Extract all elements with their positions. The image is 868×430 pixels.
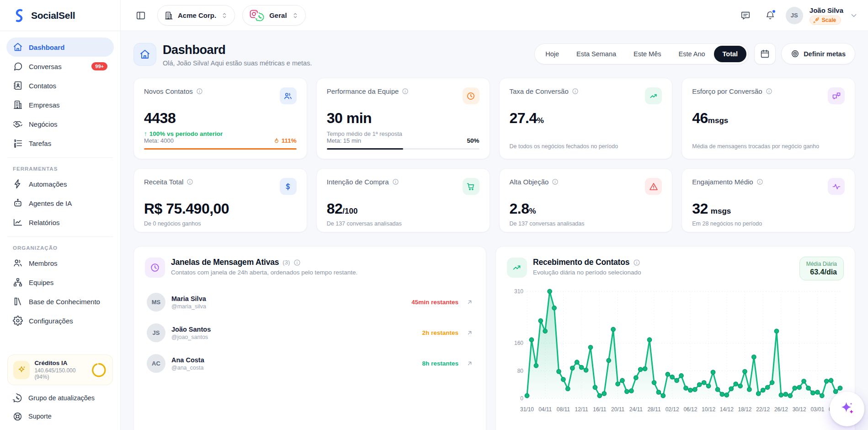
info-icon[interactable] <box>196 88 203 95</box>
svg-text:10/12: 10/12 <box>702 406 715 413</box>
channel-selector[interactable]: Geral <box>242 5 305 26</box>
avatar: AC <box>147 354 165 373</box>
sidebar-item-membros[interactable]: Membros <box>6 253 114 273</box>
svg-text:02/12: 02/12 <box>666 406 679 413</box>
handshake-icon <box>13 119 23 129</box>
sidebar-item-equipes[interactable]: Equipes <box>6 273 114 292</box>
filter-esta-semana[interactable]: Esta Semana <box>568 46 625 62</box>
info-icon[interactable] <box>293 259 301 266</box>
meta-row: Meta: 4000 111% <box>144 137 297 144</box>
card-title: Novos Contatos <box>144 87 193 95</box>
channel-selector-label: Geral <box>269 11 287 19</box>
chevrons-up-down-icon <box>292 12 299 19</box>
messages-button[interactable] <box>736 6 755 25</box>
meta-label: Meta: 15 min <box>327 137 361 144</box>
main-content: Dashboard Olá, João Silva! Aqui estão su… <box>121 31 868 430</box>
users-icon <box>280 87 297 104</box>
sidebar-item-suporte[interactable]: Suporte <box>6 407 114 425</box>
badge-label: Média Diária <box>806 261 837 267</box>
info-icon[interactable] <box>552 178 559 185</box>
sidebar-item-label: Agentes de IA <box>29 199 72 207</box>
contact-name: Maria Silva <box>171 295 206 302</box>
sidebar-item-empresas[interactable]: Empresas <box>6 95 114 114</box>
sidebar-item-grupo-atualizacoes[interactable]: Grupo de atualizações <box>6 389 114 407</box>
sidebar-item-negocios[interactable]: Negócios <box>6 114 114 134</box>
contact-book-icon <box>13 81 23 91</box>
info-icon[interactable] <box>766 88 772 95</box>
contact-name: João Santos <box>171 326 211 333</box>
filter-hoje[interactable]: Hoje <box>537 46 568 62</box>
open-chat-icon[interactable] <box>466 299 473 306</box>
metrics-row-1: Novos Contatos 4438 ↑ 100% vs período an… <box>133 78 855 159</box>
info-icon[interactable] <box>392 178 399 185</box>
metric-caption: Em 28 negócios no período <box>692 220 845 227</box>
sidebar-toggle-button[interactable] <box>132 6 150 25</box>
ai-assistant-button[interactable] <box>830 392 864 426</box>
ai-credits-text: Créditos IA 140.645/150.000 (94%) <box>34 360 86 380</box>
message-window-row[interactable]: JS João Santos @joao_santos 2h restantes <box>145 317 475 348</box>
info-icon[interactable] <box>633 259 640 266</box>
whatsapp-icon <box>13 393 22 403</box>
ai-credits-usage: 140.645/150.000 (94%) <box>34 367 86 380</box>
brand: SocialSell <box>0 0 121 31</box>
trending-up-icon <box>645 87 662 104</box>
open-chat-icon[interactable] <box>466 360 473 367</box>
svg-text:03/01: 03/01 <box>810 406 824 413</box>
filter-este-mes[interactable]: Este Mês <box>625 46 670 62</box>
chart-line-icon <box>13 217 23 227</box>
panels-row: Janelas de Mensagem Ativas (3) Contatos … <box>133 246 855 430</box>
metric-card-receita: Receita Total R$ 75.490,00 De 0 negócios… <box>133 168 307 232</box>
filter-total[interactable]: Total <box>714 46 747 62</box>
org-selector[interactable]: Acme Corp. <box>157 5 235 26</box>
message-window-row[interactable]: MS Maria Silva @maria_silva 45min restan… <box>145 287 475 317</box>
open-chat-icon[interactable] <box>466 329 473 336</box>
divider <box>7 236 113 237</box>
svg-text:22/12: 22/12 <box>756 406 770 413</box>
filter-este-ano[interactable]: Este Ano <box>670 46 714 62</box>
metric-value: R$ 75.490,00 <box>144 200 297 217</box>
panel-subtitle: Evolução diária no período selecionado <box>533 269 641 276</box>
info-icon[interactable] <box>756 178 763 185</box>
info-icon[interactable] <box>186 178 193 185</box>
time-remaining: 8h restantes <box>422 360 458 367</box>
sidebar-item-contatos[interactable]: Contatos <box>6 76 114 95</box>
zap-icon <box>13 179 23 189</box>
card-title: Taxa de Conversão <box>510 87 569 95</box>
user-menu[interactable]: João Silva Scale <box>809 6 843 25</box>
notifications-button[interactable] <box>761 6 779 25</box>
notification-dot <box>772 9 776 14</box>
sidebar-item-label: Tarefas <box>29 140 51 147</box>
brand-name: SocialSell <box>31 10 75 21</box>
message-windows-list: MS Maria Silva @maria_silva 45min restan… <box>145 287 475 379</box>
ai-credits-title: Créditos IA <box>34 360 86 366</box>
info-icon[interactable] <box>572 88 579 95</box>
sidebar-item-agentes-ia[interactable]: Agentes de IA <box>6 194 114 213</box>
sidebar-item-base-conhecimento[interactable]: Base de Conhecimento <box>6 292 114 311</box>
sidebar-item-dashboard[interactable]: Dashboard <box>6 38 114 57</box>
svg-text:160: 160 <box>514 340 523 346</box>
panel-left-icon <box>136 11 146 21</box>
sidebar-item-relatorios[interactable]: Relatórios <box>6 213 114 232</box>
chevron-down-icon[interactable] <box>850 11 858 20</box>
topbar: SocialSell Acme Corp. Geral <box>0 0 868 31</box>
sidebar-item-automacoes[interactable]: Automações <box>6 174 114 194</box>
card-title: Engajamento Médio <box>692 178 753 186</box>
time-remaining: 2h restantes <box>422 329 458 336</box>
clock-icon <box>145 258 165 278</box>
define-goals-button[interactable]: Definir metas <box>781 43 855 64</box>
metrics-row-2: Receita Total R$ 75.490,00 De 0 negócios… <box>133 168 855 232</box>
sidebar-item-label: Negócios <box>29 120 58 128</box>
sidebar-item-tarefas[interactable]: Tarefas <box>6 134 114 153</box>
sidebar-item-configuracoes[interactable]: Configurações <box>6 311 114 330</box>
calendar-button[interactable] <box>754 43 776 64</box>
sidebar-item-conversas[interactable]: Conversas 99+ <box>6 57 114 76</box>
metric-card-performance: Performance da Equipe 30 min Tempo médio… <box>316 78 490 159</box>
avatar[interactable]: JS <box>786 7 803 24</box>
metric-delta: ↑ 100% vs período anterior <box>144 130 297 137</box>
message-window-row[interactable]: AC Ana Costa @ana_costa 8h restantes <box>145 348 475 379</box>
arrow-up-icon: ↑ <box>144 130 147 137</box>
shopping-cart-icon <box>463 178 479 195</box>
card-title: Alta Objeção <box>510 178 549 186</box>
svg-text:06/12: 06/12 <box>683 406 697 413</box>
info-icon[interactable] <box>402 88 409 95</box>
